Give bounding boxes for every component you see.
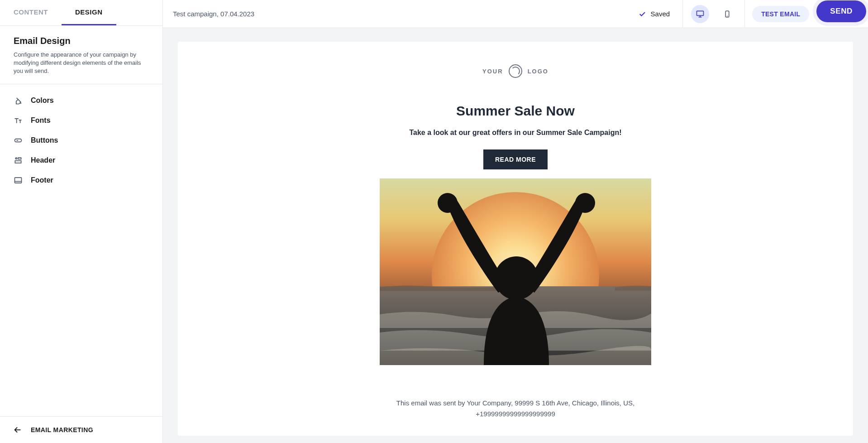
menu-item-footer[interactable]: Footer (4, 170, 159, 190)
svg-point-12 (438, 193, 458, 213)
email-cta-button[interactable]: READ MORE (483, 149, 548, 169)
main-area: Test campaign, 07.04.2023 Saved (163, 0, 868, 443)
svg-point-2 (15, 158, 17, 159)
email-logo: YOUR LOGO (362, 64, 669, 78)
arrow-left-icon (13, 425, 23, 435)
send-button[interactable]: SEND (816, 0, 866, 22)
svg-point-0 (20, 102, 22, 104)
email-canvas[interactable]: YOUR LOGO Summer Sale Now Take a look at… (178, 42, 853, 436)
save-status-label: Saved (651, 10, 670, 18)
device-preview-group (682, 0, 745, 28)
back-label: EMAIL MARKETING (31, 426, 93, 433)
mobile-icon (723, 10, 731, 18)
desktop-icon (696, 10, 705, 19)
email-subhead: Take a look at our great offers in our S… (362, 129, 669, 137)
email-preview: YOUR LOGO Summer Sale Now Take a look at… (362, 64, 669, 419)
menu-item-label: Colors (31, 96, 54, 105)
check-icon (638, 10, 646, 18)
menu-item-buttons[interactable]: Buttons (4, 130, 159, 150)
email-footer-text: This email was sent by Your Company, 999… (362, 398, 669, 419)
app-root: CONTENT DESIGN Email Design Configure th… (0, 0, 868, 443)
canvas-background: YOUR LOGO Summer Sale Now Take a look at… (163, 28, 868, 443)
section-title: Email Design (14, 36, 149, 46)
section-header: Email Design Configure the appearance of… (0, 26, 162, 84)
test-email-button[interactable]: TEST EMAIL (752, 6, 809, 22)
sidebar-tabs: CONTENT DESIGN (0, 0, 162, 26)
svg-point-13 (575, 193, 595, 213)
menu-item-label: Header (31, 156, 55, 164)
mobile-preview-button[interactable] (718, 5, 736, 23)
campaign-name[interactable]: Test campaign, 07.04.2023 (173, 10, 638, 18)
desktop-preview-button[interactable] (691, 5, 709, 23)
footer-icon (14, 176, 23, 185)
back-to-email-marketing[interactable]: EMAIL MARKETING (0, 416, 162, 443)
svg-rect-5 (15, 178, 22, 183)
logo-mark-icon (509, 64, 522, 78)
editor-topbar: Test campaign, 07.04.2023 Saved (163, 0, 868, 28)
menu-item-label: Footer (31, 176, 53, 184)
email-headline: Summer Sale Now (362, 103, 669, 119)
menu-item-header[interactable]: Header (4, 150, 159, 170)
button-icon (14, 136, 23, 145)
svg-rect-6 (697, 11, 704, 15)
design-menu: Colors Fonts Buttons Header (0, 84, 162, 197)
text-size-icon (14, 116, 23, 125)
svg-rect-3 (18, 158, 21, 159)
menu-item-label: Fonts (31, 116, 51, 125)
header-icon (14, 156, 23, 165)
svg-rect-4 (15, 160, 21, 163)
menu-item-colors[interactable]: Colors (4, 91, 159, 111)
logo-text-right: LOGO (528, 68, 548, 75)
section-description: Configure the appearance of your campaig… (14, 51, 149, 76)
logo-text-left: YOUR (482, 68, 503, 75)
paint-bucket-icon (14, 96, 23, 105)
save-status: Saved (638, 10, 670, 18)
email-hero-image (380, 178, 651, 365)
menu-item-fonts[interactable]: Fonts (4, 111, 159, 130)
tab-design[interactable]: DESIGN (62, 0, 116, 25)
design-sidebar: CONTENT DESIGN Email Design Configure th… (0, 0, 163, 443)
tab-content[interactable]: CONTENT (0, 0, 62, 25)
menu-item-label: Buttons (31, 136, 58, 144)
send-wrap: SEND (816, 3, 868, 25)
